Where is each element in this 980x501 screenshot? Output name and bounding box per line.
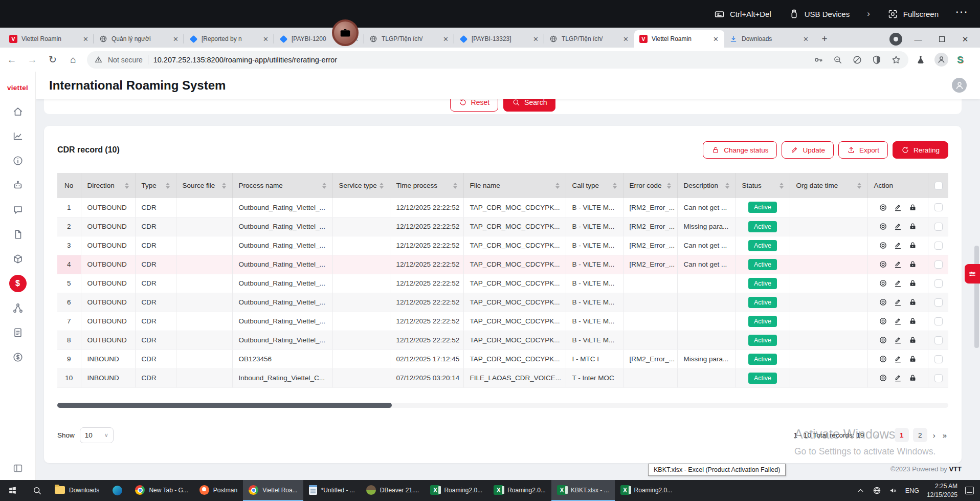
table-row[interactable]: 9INBOUNDCDROB12345602/12/2025 17:12:45TA… bbox=[57, 350, 948, 368]
sidebar-item-records[interactable] bbox=[12, 327, 24, 338]
edit-row-icon[interactable] bbox=[894, 374, 902, 382]
content-blocked-icon[interactable] bbox=[852, 55, 862, 65]
row-checkbox[interactable] bbox=[934, 374, 943, 382]
window-close-button[interactable]: ✕ bbox=[957, 35, 973, 44]
taskbar-edge-button[interactable] bbox=[105, 480, 129, 501]
zoom-out-icon[interactable] bbox=[833, 55, 843, 65]
row-checkbox[interactable] bbox=[934, 223, 943, 231]
remote-ellipsis-icon[interactable]: ··· bbox=[956, 8, 969, 20]
sort-carets-icon[interactable] bbox=[166, 183, 170, 189]
s-extension-icon[interactable]: S bbox=[957, 54, 964, 66]
export-button[interactable]: Export bbox=[838, 141, 888, 159]
tab-close-icon[interactable]: ✕ bbox=[441, 35, 450, 43]
column-header-direction[interactable]: Direction bbox=[81, 173, 135, 198]
taskbar-app-10[interactable]: XRoaming2.0... bbox=[488, 480, 551, 501]
sidebar-item-finance[interactable] bbox=[12, 352, 24, 363]
sort-carets-icon[interactable] bbox=[322, 183, 326, 189]
sidebar-item-home[interactable] bbox=[12, 106, 24, 117]
password-key-icon[interactable] bbox=[813, 55, 823, 65]
tab-close-icon[interactable]: ✕ bbox=[711, 35, 720, 43]
row-checkbox[interactable] bbox=[934, 317, 943, 325]
tray-clock[interactable]: 2:25 AM 12/15/2025 bbox=[927, 482, 957, 498]
row-checkbox[interactable] bbox=[934, 336, 943, 344]
reset-button[interactable]: Reset bbox=[450, 99, 499, 112]
column-header-select[interactable] bbox=[928, 173, 948, 198]
edit-row-icon[interactable] bbox=[894, 355, 902, 363]
page-button-1[interactable]: 1 bbox=[895, 428, 909, 442]
column-header-process-name[interactable]: Process name bbox=[232, 173, 332, 198]
view-details-icon[interactable] bbox=[879, 222, 887, 231]
taskbar-taskbar-search-button[interactable] bbox=[25, 480, 49, 501]
update-button[interactable]: Update bbox=[782, 141, 834, 159]
table-row[interactable]: 3OUTBOUNDCDROutbound_Rating_Viettel_...1… bbox=[57, 236, 948, 255]
page-button-2[interactable]: 2 bbox=[913, 428, 927, 442]
table-row[interactable]: 1OUTBOUNDCDROutbound_Rating_Viettel_...1… bbox=[57, 198, 948, 217]
browser-tab-2[interactable]: [Reported by n✕ bbox=[184, 30, 274, 48]
lock-row-icon[interactable] bbox=[908, 336, 917, 344]
sort-carets-icon[interactable] bbox=[380, 183, 384, 189]
sidebar-item-alerts[interactable] bbox=[12, 155, 24, 166]
lock-row-icon[interactable] bbox=[908, 203, 917, 212]
page-scrollbar-thumb[interactable] bbox=[974, 246, 979, 348]
edit-row-icon[interactable] bbox=[894, 317, 902, 325]
row-checkbox[interactable] bbox=[934, 279, 943, 288]
column-header-status[interactable]: Status bbox=[736, 173, 790, 198]
sort-carets-icon[interactable] bbox=[555, 183, 560, 189]
column-header-time-process[interactable]: Time process bbox=[390, 173, 463, 198]
sidebar-item-chat[interactable] bbox=[12, 204, 24, 215]
edit-row-icon[interactable] bbox=[894, 336, 902, 344]
lock-row-icon[interactable] bbox=[908, 298, 917, 307]
back-button[interactable]: ← bbox=[3, 51, 20, 69]
table-row[interactable]: 10INBOUNDCDRInbound_Rating_Viettel_C...0… bbox=[57, 368, 948, 387]
lock-row-icon[interactable] bbox=[908, 355, 917, 363]
table-row[interactable]: 6OUTBOUNDCDROutbound_Rating_Viettel_...1… bbox=[57, 293, 948, 312]
tray-network-globe-icon[interactable] bbox=[873, 486, 881, 495]
tab-close-icon[interactable]: ✕ bbox=[171, 35, 180, 43]
forward-button[interactable]: → bbox=[24, 51, 41, 69]
next-page-button[interactable]: › bbox=[931, 431, 937, 440]
taskbar-app-12[interactable]: XRoaming2.0... bbox=[615, 480, 678, 501]
view-details-icon[interactable] bbox=[879, 317, 887, 325]
edit-row-icon[interactable] bbox=[894, 222, 902, 231]
sort-carets-icon[interactable] bbox=[222, 183, 226, 189]
taskbar-app-4[interactable]: New Tab - G... bbox=[129, 480, 193, 501]
browser-tab-5[interactable]: [PAYBI-13323]✕ bbox=[454, 30, 544, 48]
table-horizontal-scrollbar[interactable] bbox=[57, 403, 948, 408]
edit-row-icon[interactable] bbox=[894, 298, 902, 307]
sidebar-collapse-icon[interactable] bbox=[12, 463, 24, 474]
column-header-call-type[interactable]: Call type bbox=[566, 173, 623, 198]
tab-close-icon[interactable]: ✕ bbox=[81, 35, 90, 43]
change-status-button[interactable]: Change status bbox=[703, 141, 777, 159]
column-header-file-name[interactable]: File name bbox=[463, 173, 566, 198]
remote-keyboard-icon[interactable]: Ctrl+Alt+Del bbox=[714, 9, 771, 19]
sidebar-item-package[interactable] bbox=[12, 253, 24, 265]
column-header-type[interactable]: Type bbox=[135, 173, 176, 198]
view-details-icon[interactable] bbox=[879, 203, 887, 212]
sidebar-item-billing[interactable]: $ bbox=[9, 275, 27, 292]
lock-row-icon[interactable] bbox=[908, 222, 917, 231]
window-minimize-button[interactable]: — bbox=[910, 35, 926, 43]
table-row[interactable]: 8OUTBOUNDCDROutbound_Rating_Viettel_...1… bbox=[57, 331, 948, 350]
reload-button[interactable]: ↻ bbox=[44, 51, 61, 69]
browser-tab-1[interactable]: Quản lý người✕ bbox=[94, 30, 184, 48]
tray-chevron-up-icon[interactable] bbox=[856, 486, 865, 495]
view-details-icon[interactable] bbox=[879, 336, 887, 344]
view-details-icon[interactable] bbox=[879, 241, 887, 250]
sort-carets-icon[interactable] bbox=[857, 183, 861, 189]
tray-volume-muted-icon[interactable] bbox=[889, 486, 898, 495]
remote-usb-icon[interactable]: USB Devices bbox=[789, 9, 850, 19]
tab-close-icon[interactable]: ✕ bbox=[801, 35, 810, 43]
edit-row-icon[interactable] bbox=[894, 241, 902, 250]
taskbar-app-11[interactable]: XKBKT.xlsx - ... bbox=[551, 480, 615, 501]
floating-settings-tab[interactable] bbox=[965, 264, 980, 284]
tab-close-icon[interactable]: ✕ bbox=[531, 35, 540, 43]
browser-profile-icon[interactable] bbox=[889, 33, 902, 46]
column-header-action[interactable]: Action bbox=[867, 173, 928, 198]
browser-tab-0[interactable]: VViettel Roamin✕ bbox=[4, 30, 94, 48]
sidebar-item-bot[interactable] bbox=[12, 180, 24, 191]
taskbar-app-2[interactable]: Downloads bbox=[49, 480, 105, 501]
edit-row-icon[interactable] bbox=[894, 279, 902, 288]
edit-row-icon[interactable] bbox=[894, 203, 902, 212]
home-button[interactable]: ⌂ bbox=[64, 51, 82, 69]
tab-close-icon[interactable]: ✕ bbox=[261, 35, 270, 43]
